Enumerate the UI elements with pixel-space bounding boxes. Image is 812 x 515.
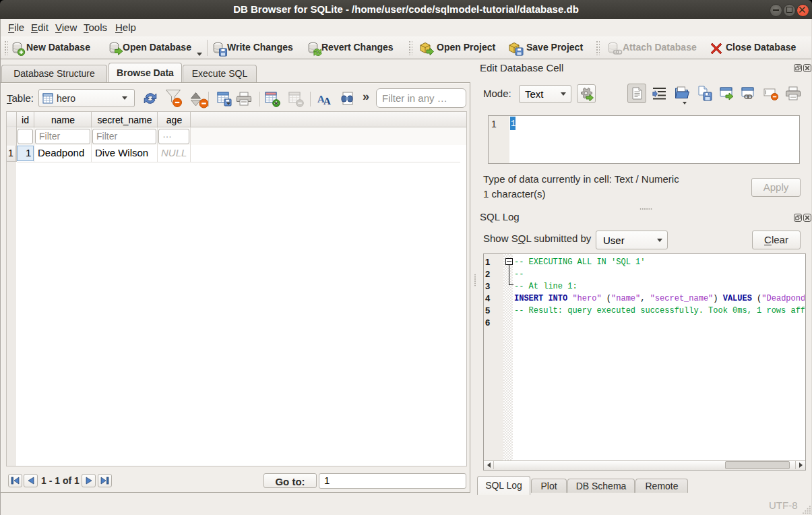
svg-text:A: A	[323, 96, 331, 105]
